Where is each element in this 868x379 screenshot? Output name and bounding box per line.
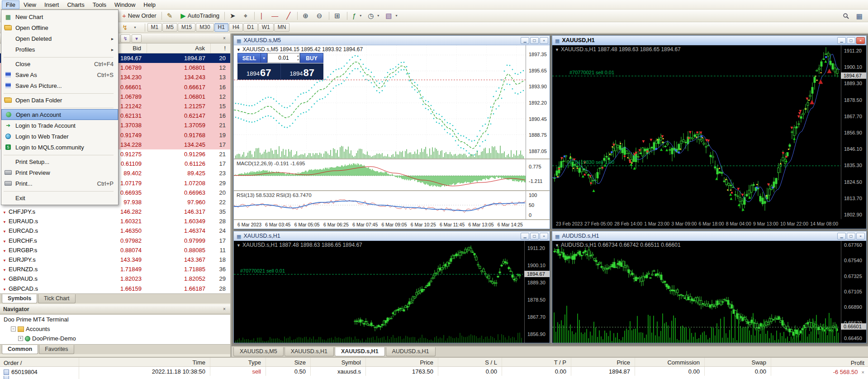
window-titlebar[interactable]: XAUUSD.s,M5 ▁ ▢ ×	[234, 36, 550, 45]
close-order-icon[interactable]: ×	[862, 369, 864, 375]
chart-tab[interactable]: AUDUSD.s,H1	[386, 347, 436, 356]
window-titlebar[interactable]: XAUUSD,H1 ▁ ▢ ×	[552, 36, 866, 45]
panel-tab[interactable]: Tick Chart	[38, 294, 76, 303]
column-price[interactable]: Price	[366, 358, 438, 366]
close-icon[interactable]: ×	[221, 35, 228, 42]
minimize-button[interactable]: ▁	[837, 233, 846, 240]
menu-item[interactable]: Login to Web Trader	[1, 131, 118, 142]
close-button[interactable]: ×	[856, 37, 865, 44]
minimize-button[interactable]: ▁	[521, 233, 529, 240]
buy-button[interactable]: BUY	[300, 53, 323, 63]
market-watch-row[interactable]: GBPCAD.s 1.66159 1.66187 28	[0, 284, 230, 293]
lot-spinner[interactable]: ▴▾	[297, 54, 299, 62]
symbol-dropdown-icon[interactable]: ▾	[132, 23, 142, 33]
menu-item[interactable]: Exit	[1, 192, 118, 203]
indicators-icon[interactable]: ƒ ▾	[350, 11, 364, 21]
market-watch-row[interactable]: EURJPY.s 143.349 143.367 18	[0, 255, 230, 264]
cursor-icon[interactable]: ➤	[227, 11, 240, 21]
toolbar-item[interactable]	[254, 12, 255, 20]
menu-item[interactable]: Login to MQL5.community	[1, 142, 118, 153]
window-titlebar[interactable]: AUDUSD.s,H1 ▁ ▢ ×	[552, 231, 866, 241]
search-icon[interactable]	[840, 11, 852, 21]
market-watch-row[interactable]: EURGBP.s 0.88074 0.88085 11	[0, 245, 230, 255]
chart-area[interactable]: ▼XAUUSD.s,M5 1894.15 1895.42 1893.92 189…	[234, 45, 550, 229]
market-watch-row[interactable]: EURCHF.s 0.97982 0.97999 17	[0, 236, 230, 245]
chart-tab[interactable]: XAUUSD.s,H1	[335, 347, 385, 356]
market-watch-row[interactable]: EURNZD.s 1.71849 1.71885 36	[0, 264, 230, 274]
menu-item[interactable]: Print Setup...	[1, 156, 118, 167]
chevron-down-icon[interactable]: ▾	[132, 34, 142, 43]
menubar-item[interactable]: Tools	[89, 0, 110, 9]
market-watch-row[interactable]: EURCAD.s 1.46350 1.46374 24	[0, 226, 230, 235]
menu-item[interactable]: Save As Picture...	[1, 80, 118, 91]
quick-trade-icon[interactable]: ↯	[119, 23, 131, 33]
menu-item[interactable]	[1, 91, 118, 95]
close-button[interactable]: ×	[540, 37, 548, 44]
zoom-in-icon[interactable]: ⊕	[300, 11, 313, 21]
timeframe-button[interactable]: M15	[178, 23, 195, 32]
restore-button[interactable]: ▢	[847, 233, 855, 240]
panel-tab[interactable]: Common	[2, 345, 38, 354]
market-watch-row[interactable]: CHFJPY.s 146.282 146.317 35	[0, 207, 230, 216]
toolbar-item[interactable]	[161, 12, 162, 20]
templates-icon[interactable]: ▧ ▾	[383, 11, 400, 21]
close-icon[interactable]: ×	[221, 306, 228, 312]
timeframe-button[interactable]: M5	[162, 23, 177, 32]
column-tp[interactable]: T / P	[502, 358, 571, 366]
toolbar-item[interactable]	[224, 12, 225, 20]
market-watch-row[interactable]: EURAUD.s 1.60321 1.60349 28	[0, 216, 230, 226]
column-spread[interactable]: !	[211, 43, 230, 53]
menu-item[interactable]: Close Ctrl+F4	[1, 58, 118, 69]
oct-dropdown-icon[interactable]: ▾	[261, 53, 267, 63]
close-button[interactable]: ×	[856, 233, 865, 240]
restore-button[interactable]: ▢	[530, 37, 539, 44]
column-type[interactable]: Type	[210, 358, 266, 366]
new-order-button[interactable]: + New Order	[119, 11, 159, 21]
close-button[interactable]: ×	[540, 233, 548, 240]
data-window-icon[interactable]: ▦	[854, 11, 865, 21]
chart-tab[interactable]: XAUUSD.s,H1	[285, 347, 334, 356]
menu-item[interactable]	[1, 106, 118, 109]
chart-tab[interactable]: XAUUSD.s,M5	[233, 347, 284, 356]
order-line-label[interactable]: #70770021 sell 0.01	[240, 268, 285, 273]
timeframe-button[interactable]: M1	[147, 23, 162, 32]
menu-item[interactable]: Print Preview	[1, 167, 118, 178]
timeframe-button[interactable]: MN	[274, 23, 290, 32]
menu-item[interactable]: Print... Ctrl+P	[1, 178, 118, 189]
periods-icon[interactable]: ◷ ▾	[365, 11, 382, 21]
menu-item[interactable]: Save As Ctrl+S	[1, 69, 118, 80]
column-sl[interactable]: S / L	[438, 358, 502, 366]
menubar-item[interactable]: Charts	[63, 0, 88, 9]
menubar-item[interactable]: Window	[110, 0, 139, 9]
lot-size-input[interactable]: 0.01▴▾	[267, 53, 300, 63]
horizontal-line-icon[interactable]: ―	[269, 11, 283, 21]
trendline-icon[interactable]: ╱	[284, 11, 295, 21]
restore-button[interactable]: ▢	[530, 233, 539, 240]
minimize-button[interactable]: ▁	[521, 37, 529, 44]
menu-item[interactable]	[1, 153, 118, 156]
menubar-item[interactable]: View	[19, 0, 40, 9]
menu-item[interactable]	[1, 55, 118, 58]
tree-expander[interactable]	[18, 336, 23, 341]
panel-tab[interactable]: Favorites	[39, 345, 74, 354]
timeframe-button[interactable]: W1	[258, 23, 274, 32]
menu-item[interactable]: Open an Account	[1, 109, 118, 120]
chart-area[interactable]: ▼XAUUSD.s,H1 1887.48 1898.63 1886.65 189…	[234, 241, 550, 343]
timeframe-button[interactable]: D1	[243, 23, 257, 32]
vertical-line-icon[interactable]: ∣	[257, 11, 268, 21]
column-time[interactable]: Time	[79, 358, 210, 366]
order-line-label[interactable]: #70770021 sell 0.01	[569, 70, 614, 75]
quick-trade-icon[interactable]: ↯	[120, 34, 130, 43]
menu-item[interactable]: Open Offline	[1, 22, 118, 33]
timeframe-button[interactable]: H4	[229, 23, 243, 32]
column-order[interactable]: Order /	[0, 358, 79, 366]
toolbar-item[interactable]	[297, 12, 298, 20]
restore-button[interactable]: ▢	[847, 37, 855, 44]
menu-item[interactable]: Open Deleted ▸	[1, 33, 118, 44]
sell-button[interactable]: SELL	[237, 53, 261, 63]
toolbar-item[interactable]	[347, 12, 347, 20]
menubar-item[interactable]: Help	[139, 0, 160, 9]
navigator-item[interactable]: DooPrime-Demo	[0, 334, 230, 343]
column-symbol[interactable]: Symbol	[311, 358, 366, 366]
market-watch-row[interactable]: GBPAUD.s 1.82023 1.82052 29	[0, 274, 230, 283]
